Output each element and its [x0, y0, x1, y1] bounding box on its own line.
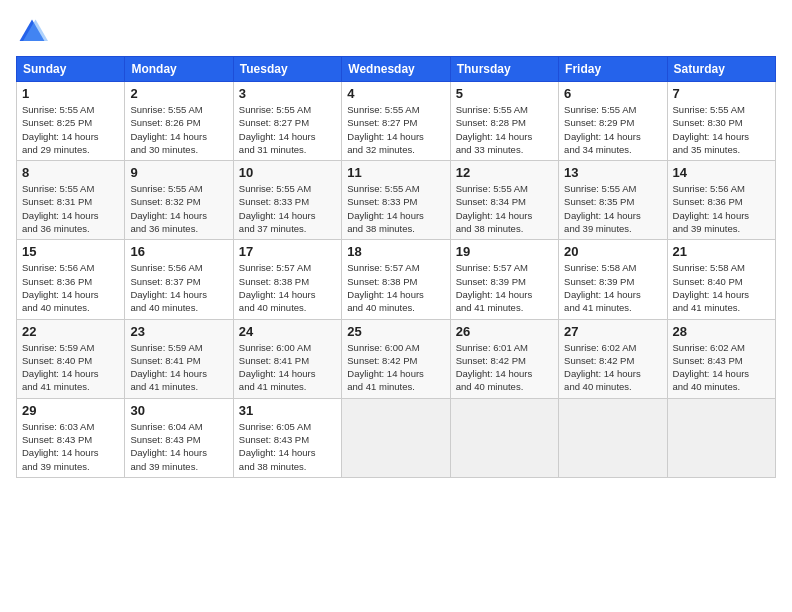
day-info: Sunrise: 5:57 AM Sunset: 8:39 PM Dayligh…: [456, 261, 553, 314]
column-header-sunday: Sunday: [17, 57, 125, 82]
sunset-label: Sunset: 8:40 PM: [22, 355, 92, 366]
day-info: Sunrise: 5:55 AM Sunset: 8:33 PM Dayligh…: [239, 182, 336, 235]
day-number: 13: [564, 165, 661, 180]
daylight-minutes: and 40 minutes.: [564, 381, 632, 392]
daylight-label: Daylight: 14 hours: [456, 210, 533, 221]
daylight-minutes: and 40 minutes.: [239, 302, 307, 313]
day-number: 18: [347, 244, 444, 259]
daylight-minutes: and 40 minutes.: [456, 381, 524, 392]
daylight-label: Daylight: 14 hours: [130, 447, 207, 458]
column-header-wednesday: Wednesday: [342, 57, 450, 82]
calendar-cell: 5 Sunrise: 5:55 AM Sunset: 8:28 PM Dayli…: [450, 82, 558, 161]
sunset-label: Sunset: 8:41 PM: [130, 355, 200, 366]
day-info: Sunrise: 5:55 AM Sunset: 8:30 PM Dayligh…: [673, 103, 770, 156]
day-number: 7: [673, 86, 770, 101]
sunset-label: Sunset: 8:42 PM: [564, 355, 634, 366]
daylight-minutes: and 37 minutes.: [239, 223, 307, 234]
sunrise-label: Sunrise: 5:55 AM: [239, 183, 311, 194]
sunset-label: Sunset: 8:31 PM: [22, 196, 92, 207]
calendar-cell: 8 Sunrise: 5:55 AM Sunset: 8:31 PM Dayli…: [17, 161, 125, 240]
daylight-label: Daylight: 14 hours: [130, 131, 207, 142]
calendar-cell: 18 Sunrise: 5:57 AM Sunset: 8:38 PM Dayl…: [342, 240, 450, 319]
day-info: Sunrise: 5:58 AM Sunset: 8:39 PM Dayligh…: [564, 261, 661, 314]
logo-icon: [16, 16, 48, 48]
sunset-label: Sunset: 8:26 PM: [130, 117, 200, 128]
daylight-minutes: and 41 minutes.: [673, 302, 741, 313]
day-number: 22: [22, 324, 119, 339]
column-header-thursday: Thursday: [450, 57, 558, 82]
day-info: Sunrise: 5:56 AM Sunset: 8:36 PM Dayligh…: [22, 261, 119, 314]
day-number: 19: [456, 244, 553, 259]
calendar-cell: 6 Sunrise: 5:55 AM Sunset: 8:29 PM Dayli…: [559, 82, 667, 161]
sunrise-label: Sunrise: 6:04 AM: [130, 421, 202, 432]
sunrise-label: Sunrise: 5:57 AM: [239, 262, 311, 273]
daylight-label: Daylight: 14 hours: [130, 368, 207, 379]
daylight-label: Daylight: 14 hours: [239, 368, 316, 379]
sunset-label: Sunset: 8:27 PM: [239, 117, 309, 128]
logo: [16, 16, 52, 48]
daylight-minutes: and 29 minutes.: [22, 144, 90, 155]
calendar-cell: 1 Sunrise: 5:55 AM Sunset: 8:25 PM Dayli…: [17, 82, 125, 161]
calendar-cell: 20 Sunrise: 5:58 AM Sunset: 8:39 PM Dayl…: [559, 240, 667, 319]
day-number: 25: [347, 324, 444, 339]
calendar-cell: 16 Sunrise: 5:56 AM Sunset: 8:37 PM Dayl…: [125, 240, 233, 319]
day-number: 10: [239, 165, 336, 180]
column-header-tuesday: Tuesday: [233, 57, 341, 82]
sunset-label: Sunset: 8:39 PM: [456, 276, 526, 287]
sunrise-label: Sunrise: 5:57 AM: [347, 262, 419, 273]
daylight-minutes: and 39 minutes.: [22, 461, 90, 472]
daylight-label: Daylight: 14 hours: [347, 131, 424, 142]
sunrise-label: Sunrise: 5:56 AM: [673, 183, 745, 194]
day-number: 11: [347, 165, 444, 180]
daylight-label: Daylight: 14 hours: [22, 210, 99, 221]
sunset-label: Sunset: 8:35 PM: [564, 196, 634, 207]
calendar-cell: 19 Sunrise: 5:57 AM Sunset: 8:39 PM Dayl…: [450, 240, 558, 319]
daylight-label: Daylight: 14 hours: [347, 289, 424, 300]
day-number: 16: [130, 244, 227, 259]
calendar-cell: 26 Sunrise: 6:01 AM Sunset: 8:42 PM Dayl…: [450, 319, 558, 398]
calendar-cell: 4 Sunrise: 5:55 AM Sunset: 8:27 PM Dayli…: [342, 82, 450, 161]
daylight-label: Daylight: 14 hours: [456, 289, 533, 300]
sunset-label: Sunset: 8:43 PM: [673, 355, 743, 366]
column-header-saturday: Saturday: [667, 57, 775, 82]
day-info: Sunrise: 5:55 AM Sunset: 8:25 PM Dayligh…: [22, 103, 119, 156]
day-number: 29: [22, 403, 119, 418]
day-info: Sunrise: 6:00 AM Sunset: 8:41 PM Dayligh…: [239, 341, 336, 394]
calendar-cell: 30 Sunrise: 6:04 AM Sunset: 8:43 PM Dayl…: [125, 398, 233, 477]
daylight-minutes: and 33 minutes.: [456, 144, 524, 155]
sunset-label: Sunset: 8:28 PM: [456, 117, 526, 128]
daylight-minutes: and 41 minutes.: [239, 381, 307, 392]
sunrise-label: Sunrise: 5:55 AM: [347, 183, 419, 194]
sunrise-label: Sunrise: 6:02 AM: [564, 342, 636, 353]
calendar-cell: 11 Sunrise: 5:55 AM Sunset: 8:33 PM Dayl…: [342, 161, 450, 240]
calendar-header-row: SundayMondayTuesdayWednesdayThursdayFrid…: [17, 57, 776, 82]
sunrise-label: Sunrise: 6:00 AM: [239, 342, 311, 353]
daylight-minutes: and 36 minutes.: [130, 223, 198, 234]
sunrise-label: Sunrise: 5:55 AM: [130, 104, 202, 115]
sunrise-label: Sunrise: 5:59 AM: [22, 342, 94, 353]
daylight-minutes: and 40 minutes.: [130, 302, 198, 313]
day-number: 8: [22, 165, 119, 180]
sunset-label: Sunset: 8:32 PM: [130, 196, 200, 207]
day-number: 20: [564, 244, 661, 259]
daylight-label: Daylight: 14 hours: [564, 368, 641, 379]
sunrise-label: Sunrise: 5:55 AM: [564, 183, 636, 194]
daylight-label: Daylight: 14 hours: [239, 210, 316, 221]
day-info: Sunrise: 6:00 AM Sunset: 8:42 PM Dayligh…: [347, 341, 444, 394]
day-info: Sunrise: 5:55 AM Sunset: 8:32 PM Dayligh…: [130, 182, 227, 235]
daylight-label: Daylight: 14 hours: [347, 368, 424, 379]
sunrise-label: Sunrise: 6:05 AM: [239, 421, 311, 432]
day-number: 23: [130, 324, 227, 339]
daylight-minutes: and 36 minutes.: [22, 223, 90, 234]
daylight-label: Daylight: 14 hours: [673, 210, 750, 221]
sunset-label: Sunset: 8:37 PM: [130, 276, 200, 287]
day-info: Sunrise: 6:03 AM Sunset: 8:43 PM Dayligh…: [22, 420, 119, 473]
daylight-minutes: and 41 minutes.: [22, 381, 90, 392]
daylight-minutes: and 30 minutes.: [130, 144, 198, 155]
day-info: Sunrise: 6:02 AM Sunset: 8:42 PM Dayligh…: [564, 341, 661, 394]
sunset-label: Sunset: 8:42 PM: [456, 355, 526, 366]
day-info: Sunrise: 5:55 AM Sunset: 8:34 PM Dayligh…: [456, 182, 553, 235]
sunset-label: Sunset: 8:39 PM: [564, 276, 634, 287]
daylight-minutes: and 40 minutes.: [347, 302, 415, 313]
calendar-cell: 15 Sunrise: 5:56 AM Sunset: 8:36 PM Dayl…: [17, 240, 125, 319]
